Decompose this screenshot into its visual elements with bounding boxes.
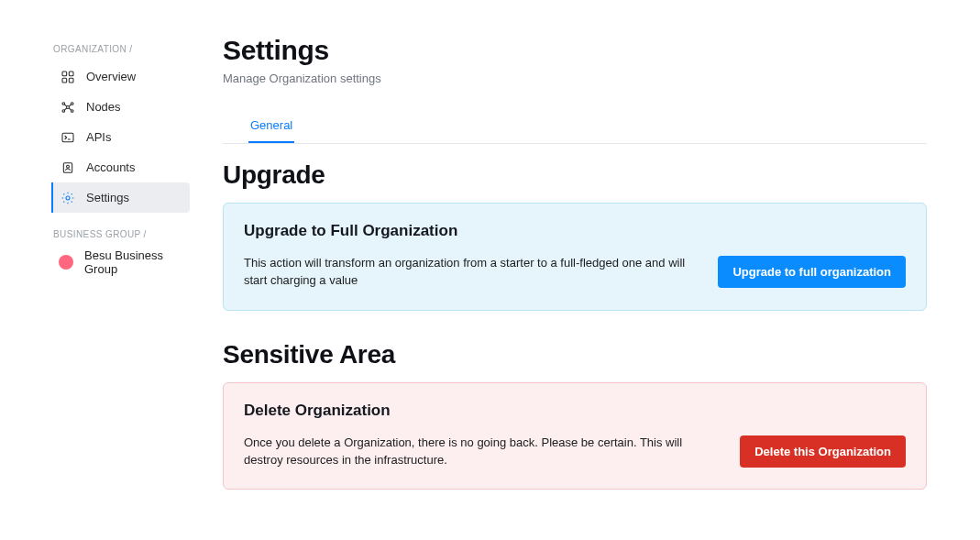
sidebar-item-apis[interactable]: APIs	[51, 122, 190, 152]
network-icon	[61, 100, 75, 115]
svg-point-8	[71, 109, 73, 112]
svg-point-17	[66, 196, 70, 200]
business-group-dot-icon	[59, 255, 73, 270]
svg-rect-3	[69, 78, 73, 83]
svg-point-16	[67, 165, 70, 168]
svg-line-12	[69, 107, 71, 109]
sidebar-section-business-group-label: BUSINESS GROUP /	[0, 229, 190, 247]
sidebar-item-label: APIs	[86, 130, 111, 144]
svg-point-4	[67, 105, 70, 108]
svg-point-5	[62, 102, 65, 105]
contacts-icon	[61, 160, 75, 175]
upgrade-panel-text: This action will transform an organizati…	[244, 255, 701, 290]
sidebar-item-label: Overview	[86, 70, 136, 83]
sidebar-section-organization-label: ORGANIZATION /	[0, 44, 190, 61]
page-subtitle: Manage Organization settings	[223, 72, 927, 85]
sidebar-item-accounts[interactable]: Accounts	[51, 152, 190, 182]
sidebar-nav-organization: Overview Nodes APIs Accounts	[0, 61, 190, 229]
upgrade-button[interactable]: Upgrade to full organization	[718, 256, 906, 288]
main-content: Settings Manage Organization settings Ge…	[190, 0, 980, 540]
delete-panel: Delete Organization Once you delete a Or…	[223, 382, 927, 490]
sidebar-item-label: Accounts	[86, 160, 135, 174]
tab-general[interactable]: General	[248, 111, 294, 143]
svg-line-10	[69, 104, 71, 105]
gear-icon	[61, 191, 75, 205]
svg-rect-1	[69, 72, 73, 76]
tabs-bar: General	[223, 111, 927, 144]
terminal-icon	[61, 130, 75, 145]
sidebar-nav-business-group: Besu Business Group	[0, 247, 190, 293]
svg-line-9	[64, 104, 66, 105]
svg-line-11	[64, 107, 66, 109]
svg-rect-2	[62, 78, 67, 83]
sidebar: ORGANIZATION / Overview Nodes APIs	[0, 0, 190, 540]
svg-rect-0	[62, 72, 67, 76]
sidebar-item-label: Besu Business Group	[84, 248, 190, 276]
delete-panel-title: Delete Organization	[244, 402, 906, 420]
delete-panel-text: Once you delete a Organization, there is…	[244, 435, 723, 469]
sidebar-item-overview[interactable]: Overview	[51, 61, 190, 92]
sidebar-item-settings[interactable]: Settings	[51, 182, 190, 213]
sidebar-item-nodes[interactable]: Nodes	[51, 92, 190, 122]
delete-button[interactable]: Delete this Organization	[740, 435, 906, 468]
section-heading-upgrade: Upgrade	[223, 160, 927, 190]
svg-rect-13	[62, 133, 73, 141]
svg-point-6	[71, 102, 73, 105]
grid-icon	[61, 70, 75, 84]
sidebar-item-label: Nodes	[86, 100, 121, 114]
page-title: Settings	[223, 35, 927, 66]
upgrade-panel: Upgrade to Full Organization This action…	[223, 203, 927, 311]
sidebar-item-business-group[interactable]: Besu Business Group	[51, 247, 190, 277]
sidebar-item-label: Settings	[86, 191, 129, 204]
svg-point-7	[62, 109, 65, 112]
section-heading-sensitive: Sensitive Area	[223, 340, 927, 369]
upgrade-panel-title: Upgrade to Full Organization	[244, 222, 906, 240]
